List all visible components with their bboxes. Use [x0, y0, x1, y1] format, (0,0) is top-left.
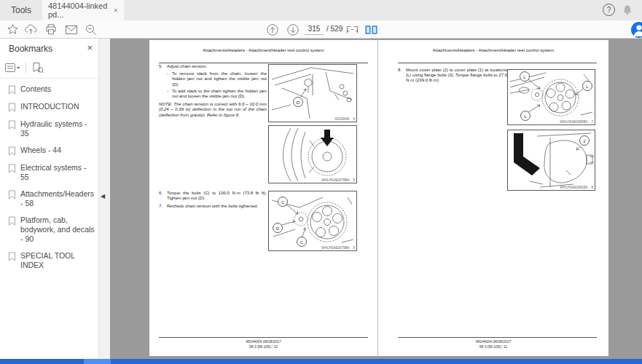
search-zoom-icon[interactable] — [84, 23, 98, 36]
figure-7: L L L WHLHSAE0080BA7 — [507, 69, 595, 125]
svg-text:D: D — [297, 100, 300, 105]
bookmark-item-electrical-systems[interactable]: Electrical systems - 55 — [0, 159, 98, 186]
page-total-label: / 529 — [326, 25, 342, 33]
bookmarks-toolbar — [4, 59, 95, 76]
bookmark-item-platform-cab[interactable]: Platform, cab, bodywork, and decals - 90 — [0, 212, 98, 248]
taskbar-strip-highlight — [84, 359, 111, 364]
bookmark-item-wheels[interactable]: Wheels - 44 — [0, 142, 98, 159]
figure-7-drawing: L L L — [508, 70, 595, 124]
bookmarks-close-icon[interactable]: × — [87, 42, 93, 53]
footer-page-ref: 58.3 [58.105] / 10 — [149, 344, 377, 349]
page-footer: 48144004 08/08/2017 58.3 [58.105] / 10 — [149, 339, 377, 349]
bookmark-item-attachments-headers[interactable]: Attachments/Headers - 58 — [0, 186, 98, 212]
figure-caption: WHLHSAE0081BA8 — [560, 186, 593, 189]
print-icon[interactable] — [44, 23, 58, 36]
bookmark-icon — [8, 190, 16, 199]
notifications-bell-icon[interactable] — [622, 4, 633, 16]
tab-document-label: 48144004-linked pd... — [48, 1, 109, 19]
next-page-icon[interactable] — [286, 23, 300, 36]
bookmarks-panel: Bookmarks × Contents INTRODUCTION Hydrau… — [0, 39, 99, 359]
bookmark-icon — [8, 85, 16, 95]
bookmark-item-special-tool-index[interactable]: SPECIAL TOOL INDEX — [0, 248, 98, 274]
step-text: Adjust chain tension. — [167, 64, 267, 69]
taskbar-strip — [0, 359, 642, 364]
pdf-page-left: Attachments/Headers - Attachment/Header … — [149, 40, 377, 356]
main-toolbar: / 529 — [0, 20, 642, 39]
figure-4-drawing: D — [269, 65, 356, 122]
bookmark-label: INTRODUCTION — [20, 102, 79, 111]
svg-text:D: D — [276, 226, 280, 231]
bookmarks-list: Contents INTRODUCTION Hydraulic systems … — [0, 81, 98, 274]
page-footer: 48144004 08/08/2017 58.3 [58.105] / 11 — [378, 339, 608, 349]
bookmark-icon — [8, 164, 16, 173]
bookmark-label: Attachments/Headers - 58 — [20, 189, 95, 208]
bookmark-item-hydraulic-systems[interactable]: Hydraulic systems - 35 — [0, 116, 98, 142]
pdf-page-right: Attachments/Headers - Attachment/Header … — [377, 40, 608, 356]
bookmark-icon — [8, 252, 16, 261]
tab-close-icon[interactable]: × — [114, 6, 118, 15]
bookmark-item-contents[interactable]: Contents — [0, 81, 98, 98]
footer-rule — [398, 337, 597, 338]
step-text: Torque the bolts (C) to 100.0 N·m (73.8 … — [167, 191, 267, 201]
bookmark-label: Electrical systems - 55 — [20, 163, 95, 182]
bookmark-label: SPECIAL TOOL INDEX — [20, 251, 95, 270]
cloud-upload-icon[interactable] — [24, 23, 38, 36]
previous-page-icon[interactable] — [265, 23, 279, 36]
bookmarks-divider — [0, 78, 98, 79]
star-favorite-icon[interactable] — [6, 23, 20, 36]
collapse-panel-icon[interactable]: ◀ — [101, 193, 105, 199]
panel-gutter: ◀ — [99, 39, 110, 359]
bookmark-label: Contents — [20, 84, 51, 94]
bullet-dash: - — [167, 89, 172, 99]
body-text-upper: 5.Adjust chain tension. -To remove slack… — [159, 64, 267, 118]
step-text: Mount cover plate (2) to cover plate (1)… — [406, 68, 507, 84]
account-avatar[interactable] — [631, 22, 642, 38]
step-text: Recheck chain tension with the bolts tig… — [167, 204, 267, 209]
find-current-bookmark-icon[interactable] — [31, 62, 44, 74]
step-number: 7. — [159, 204, 167, 209]
footer-page-ref: 58.3 [58.105] / 11 — [378, 344, 608, 349]
page-header: Attachments/Headers - Attachment/Header … — [149, 48, 377, 52]
bookmark-label: Wheels - 44 — [20, 146, 61, 155]
bookmark-icon — [8, 216, 16, 226]
figure-5: WHLHSAE0078BA5 — [268, 125, 357, 183]
two-page-view-icon[interactable] — [364, 23, 378, 36]
figure-6: C D C WHLHSAE0079BA6 — [268, 191, 357, 251]
tab-bar: Tools 48144004-linked pd... × ? — [0, 0, 642, 20]
body-text-lower: 6.Torque the bolts (C) to 100.0 N·m (73.… — [159, 191, 267, 212]
bookmark-icon — [8, 146, 16, 156]
svg-text:C: C — [281, 200, 285, 205]
step-number: 5. — [159, 64, 167, 69]
bookmark-label: Platform, cab, bodywork, and decals - 90 — [20, 215, 95, 244]
step-number: 6. — [159, 191, 167, 201]
page-fit-icon[interactable] — [345, 23, 359, 36]
body-text: 8.Mount cover plate (2) to cover plate (… — [398, 68, 507, 86]
figure-5-drawing — [269, 126, 356, 183]
bullet-text: To add slack to the chain tighten the hi… — [172, 89, 267, 99]
bookmarks-toolbar-divider — [26, 62, 26, 74]
bookmark-icon — [8, 103, 16, 112]
header-rule — [159, 63, 368, 63]
figure-caption: WHLHSAE0078BA5 — [321, 178, 355, 182]
figure-6-drawing: C D C — [269, 191, 356, 250]
document-viewport[interactable]: Attachments/Headers - Attachment/Header … — [110, 39, 642, 359]
header-rule — [398, 63, 597, 63]
tab-tools[interactable]: Tools — [0, 0, 42, 20]
figure-4: D 931094404 — [268, 64, 357, 122]
step-number: 8. — [398, 68, 406, 84]
note-text: NOTE: The chain tension is correct with … — [159, 102, 267, 118]
figure-8-drawing: 2 — [508, 130, 595, 190]
help-icon[interactable]: ? — [603, 4, 615, 16]
bullet-dash: - — [167, 71, 172, 87]
figure-caption: 931094404 — [334, 117, 355, 121]
figure-caption: WHLHSAE0079BA6 — [321, 246, 355, 250]
bookmark-icon — [8, 120, 16, 130]
page-number-input[interactable] — [305, 23, 324, 35]
page-spread: Attachments/Headers - Attachment/Header … — [149, 40, 608, 356]
bullet-text: To remove slack from the chain, loosen t… — [172, 71, 267, 87]
bookmark-item-introduction[interactable]: INTRODUCTION — [0, 98, 98, 116]
email-icon[interactable] — [64, 23, 78, 36]
tab-document[interactable]: 48144004-linked pd... × — [42, 0, 124, 20]
page-header: Attachments/Headers - Attachment/Header … — [378, 48, 608, 52]
bookmarks-options-icon[interactable] — [4, 62, 20, 74]
